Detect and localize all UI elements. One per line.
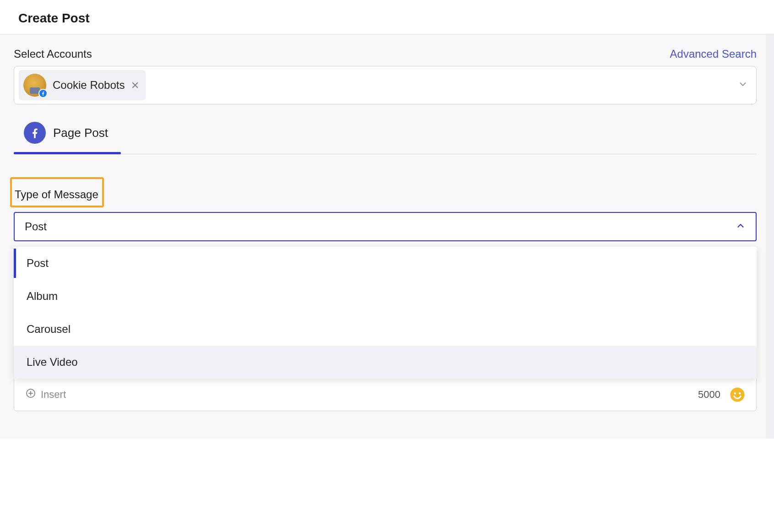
facebook-badge-icon [38, 89, 48, 98]
type-of-message-highlight: Type of Message [10, 177, 104, 207]
insert-button[interactable]: Insert [25, 388, 66, 402]
svg-point-3 [739, 392, 741, 395]
page-header: Create Post [0, 0, 774, 34]
avatar [23, 74, 46, 97]
dropdown-option-post[interactable]: Post [14, 247, 757, 280]
dropdown-option-carousel[interactable]: Carousel [14, 313, 757, 346]
facebook-icon [24, 122, 46, 144]
character-count: 5000 [698, 389, 720, 401]
chevron-up-icon [736, 221, 746, 233]
advanced-search-link[interactable]: Advanced Search [670, 48, 757, 60]
plus-circle-icon [25, 388, 36, 402]
tab-label: Page Post [53, 126, 108, 140]
type-of-message-dropdown: Post Album Carousel Live Video [14, 247, 757, 379]
scrollbar[interactable] [766, 35, 774, 439]
type-of-message-label: Type of Message [15, 188, 98, 201]
svg-point-2 [734, 392, 736, 395]
emoji-icon[interactable] [730, 387, 745, 402]
type-of-message-select[interactable]: Post [14, 212, 757, 241]
chevron-down-icon[interactable] [738, 79, 748, 91]
type-of-message-value: Post [25, 220, 47, 233]
remove-account-icon[interactable] [131, 81, 139, 89]
dropdown-option-album[interactable]: Album [14, 280, 757, 313]
select-accounts-label: Select Accounts [14, 48, 92, 60]
editor-bottom-bar: Insert 5000 [14, 379, 757, 411]
type-of-message-hint: (Post, Album, Carousel, Live Video) [101, 188, 274, 201]
accounts-select[interactable]: Cookie Robots [14, 66, 757, 104]
tab-page-post[interactable]: Page Post [14, 117, 118, 154]
svg-point-1 [730, 387, 744, 402]
account-chip: Cookie Robots [19, 70, 146, 100]
page-title: Create Post [18, 11, 756, 26]
account-chip-label: Cookie Robots [53, 79, 125, 92]
insert-label: Insert [41, 389, 66, 401]
post-type-tabs: Page Post [14, 117, 757, 154]
content-area: Select Accounts Advanced Search Cookie R… [0, 34, 774, 439]
dropdown-option-live-video[interactable]: Live Video [14, 346, 757, 379]
